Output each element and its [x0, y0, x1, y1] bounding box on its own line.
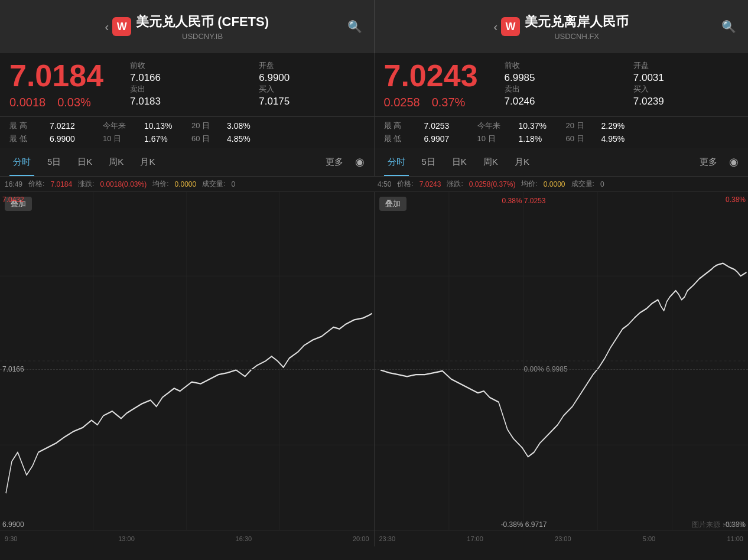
left-stats: 最 高 7.0212 今年来 10.13% 20 日 3.08% 最 低 6.9…	[0, 117, 375, 148]
header-left-panel: ‹ W 美元兑人民币 (CFETS) USDCNY.IB 🔍	[0, 0, 375, 53]
tab-right-daily-k[interactable]: 日K	[444, 148, 475, 176]
left-mai-ru: 买入 7.0175	[259, 84, 364, 108]
right-top-label: 0.38% 7.0253	[502, 197, 545, 205]
right-chart-vol-val: 0	[600, 180, 604, 188]
tabs-section: 分时 5日 日K 周K 月K 更多 ◉ 分时 5日 日K 周K 月K 更多 ◉	[0, 148, 748, 177]
right-top-pct: 0.38%	[502, 197, 522, 205]
tab-right-5day[interactable]: 5日	[414, 148, 444, 176]
left-price-big: 7.0184	[9, 60, 116, 91]
right-x-axis: 23:30 17:00 23:00 5:00 11:00	[375, 530, 749, 546]
left-chart-avg-label: 均价:	[152, 179, 168, 189]
search-icon-right[interactable]: 🔍	[721, 19, 736, 34]
left-jin-nian-label: 今年来	[103, 121, 132, 131]
left-zui-gao-val: 7.0212	[50, 121, 91, 131]
right-zui-di-val: 6.9907	[424, 134, 466, 144]
right-chart-vol-label: 成交量:	[571, 179, 594, 189]
right-chart-info: 4:50 价格:7.0243 涨跌:0.0258(0.37%) 均价:0.000…	[370, 179, 743, 189]
left-kai-pan-label: 开盘	[259, 60, 364, 71]
left-price-details: 前收 7.0166 开盘 6.9900 卖出 7.0183 买入 7.0175	[130, 60, 365, 108]
right-chart-container: 叠加 0.38% 7.0253 0.38% -0.38% -0.38% 6.97…	[375, 192, 749, 546]
right-qian-shou: 前收 6.9985	[505, 60, 610, 84]
right-x-label-5: 11:00	[727, 535, 743, 542]
price-section: 7.0184 0.0018 0.03% 前收 7.0166 开盘 6.9900 …	[0, 53, 748, 117]
right-change-row: 0.0258 0.37%	[384, 96, 490, 109]
left-x-label-1: 9:30	[5, 535, 17, 542]
search-icon-left[interactable]: 🔍	[347, 19, 362, 34]
tab-right-more[interactable]: 更多	[692, 157, 724, 168]
right-bottom-price: 6.9717	[525, 520, 547, 529]
right-jin-nian-label: 今年来	[477, 121, 507, 131]
right-change-abs: 0.0258	[384, 96, 420, 109]
left-change-pct: 0.03%	[57, 96, 91, 109]
right-stats-row1: 最 高 7.0253 今年来 10.37% 20 日 2.29%	[384, 121, 739, 131]
right-zui-gao-label: 最 高	[384, 121, 412, 131]
w-badge-right: W	[501, 17, 520, 36]
left-zui-di-label: 最 低	[9, 134, 38, 144]
left-stats-row1: 最 高 7.0212 今年来 10.13% 20 日 3.08%	[9, 121, 365, 131]
right-price-big: 7.0243	[384, 60, 490, 91]
right-mai-chu-label: 卖出	[505, 84, 610, 95]
left-center-line	[0, 369, 374, 370]
tab-right-monthly-k[interactable]: 月K	[506, 148, 538, 176]
tab-left-weekly-k[interactable]: 周K	[100, 148, 132, 176]
w-badge-left: W	[112, 17, 131, 36]
back-arrow-right-icon[interactable]: ‹	[493, 20, 497, 34]
right-chart-time: 4:50	[378, 180, 391, 188]
left-jin-nian-val: 10.13%	[144, 121, 180, 131]
right-zui-gao-val: 7.0253	[424, 121, 466, 131]
stats-section: 最 高 7.0212 今年来 10.13% 20 日 3.08% 最 低 6.9…	[0, 117, 748, 148]
tab-left-5day[interactable]: 5日	[39, 148, 69, 176]
right-change-pct: 0.37%	[432, 96, 466, 109]
back-arrow-icon[interactable]: ‹	[105, 20, 109, 34]
charts-section: 叠加 7.0432 7.0166 6.9900 9:30	[0, 192, 748, 546]
tab-left-more[interactable]: 更多	[318, 157, 350, 168]
right-chart-change-val: 0.0258(0.37%)	[469, 180, 516, 188]
right-day10-label: 10 日	[477, 134, 507, 144]
right-bottom-label: -0.38% 6.9717	[500, 520, 547, 529]
left-chart-time: 16:49	[5, 180, 22, 188]
left-day20-label: 20 日	[191, 121, 215, 131]
watermark: 图片来源：Wind	[692, 520, 743, 530]
chart-info-bar: 16:49 价格:7.0184 涨跌:0.0018(0.03%) 均价:0.00…	[0, 177, 748, 192]
tab-right-fenshi[interactable]: 分时	[379, 148, 414, 176]
right-title-main: 美元兑离岸人民币	[525, 13, 629, 31]
left-zui-di-val: 6.9900	[50, 134, 91, 144]
right-top-price: 7.0253	[524, 197, 546, 205]
left-title-sub: USDCNY.IB	[136, 32, 269, 41]
right-price-group: 7.0243 0.0258 0.37%	[384, 60, 490, 109]
left-x-axis: 9:30 13:00 16:30 20:00	[0, 530, 374, 546]
right-overlay-button[interactable]: 叠加	[379, 197, 406, 211]
left-change-abs: 0.0018	[9, 96, 45, 109]
right-qian-shou-label: 前收	[505, 60, 610, 71]
settings-icon-left[interactable]: ◉	[350, 155, 369, 168]
right-x-label-4: 5:00	[643, 535, 655, 542]
tab-left-monthly-k[interactable]: 月K	[132, 148, 163, 176]
right-chart-change-label: 涨跌:	[447, 179, 463, 189]
tab-left-daily-k[interactable]: 日K	[69, 148, 100, 176]
right-day10-val: 1.18%	[519, 134, 554, 144]
right-bottom-pct: -0.38%	[500, 520, 523, 529]
left-mai-chu: 卖出 7.0183	[130, 84, 235, 108]
right-price-details: 前收 6.9985 开盘 7.0031 卖出 7.0246 买入 7.0239	[505, 60, 739, 108]
left-stats-row2: 最 低 6.9900 10 日 1.67% 60 日 4.85%	[9, 134, 365, 144]
right-mai-ru: 买入 7.0239	[633, 84, 739, 108]
left-chart-container: 叠加 7.0432 7.0166 6.9900 9:30	[0, 192, 375, 546]
right-zui-di-label: 最 低	[384, 134, 412, 144]
header-right-panel: ‹ W 美元兑离岸人民币 USDCNH.FX 🔍	[375, 0, 749, 53]
right-mid-price: 6.9985	[546, 365, 568, 373]
left-mai-chu-label: 卖出	[130, 84, 235, 95]
right-chart-price-label: 价格:	[397, 179, 413, 189]
settings-icon-right[interactable]: ◉	[724, 155, 743, 168]
left-x-label-4: 20:00	[353, 535, 369, 542]
tab-right-weekly-k[interactable]: 周K	[475, 148, 506, 176]
right-chart-avg-val: 0.0000	[544, 180, 565, 188]
tab-left-fenshi[interactable]: 分时	[5, 148, 39, 176]
left-mid-price-label: 7.0166	[2, 365, 24, 373]
right-x-label-1: 23:30	[379, 535, 396, 542]
right-kai-pan: 开盘 7.0031	[633, 60, 739, 84]
right-chart-svg	[375, 192, 749, 530]
right-x-label-2: 17:00	[467, 535, 483, 542]
right-mai-chu: 卖出 7.0246	[505, 84, 610, 108]
right-mai-ru-val: 7.0239	[633, 96, 739, 108]
right-mid-label: 0.00% 6.9985	[524, 365, 568, 373]
